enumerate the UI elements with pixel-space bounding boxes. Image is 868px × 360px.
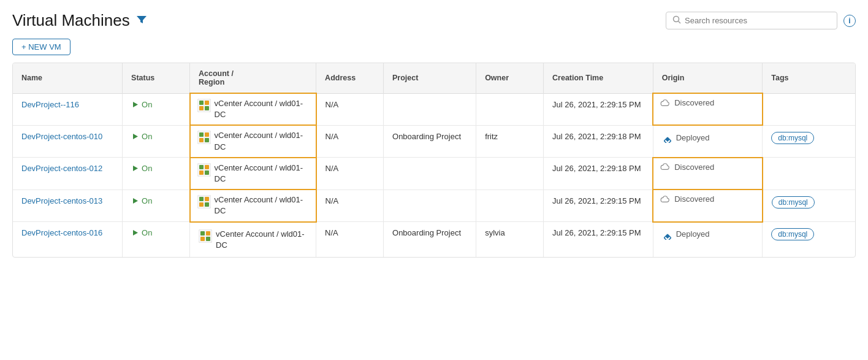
svg-marker-2 (133, 102, 138, 107)
col-header-tags: Tags (763, 63, 855, 93)
svg-rect-32 (200, 237, 205, 241)
cell-tags (763, 93, 855, 125)
vm-name-link[interactable]: DevProject-centos-010 (21, 132, 102, 141)
page-container: Virtual Machines i + NEW V (0, 0, 868, 360)
svg-marker-8 (133, 134, 138, 139)
col-header-owner: Owner (476, 63, 544, 93)
svg-line-1 (679, 21, 681, 24)
account-text: vCenter Account / wld01-DC (215, 130, 309, 152)
svg-rect-18 (199, 165, 204, 169)
info-icon[interactable]: i (843, 15, 856, 27)
svg-marker-22 (133, 198, 138, 204)
search-input[interactable] (685, 16, 831, 25)
tag-badge[interactable]: db:mysql (771, 132, 814, 144)
cell-address: N/A (316, 125, 384, 157)
deployed-icon (662, 132, 673, 143)
cell-status: On (123, 190, 190, 221)
table-row: DevProject-centos-016 On vCenter Account… (13, 222, 855, 257)
cell-account: vCenter Account / wld01-DC (190, 158, 316, 190)
cell-status: On (123, 158, 190, 190)
svg-rect-11 (205, 132, 209, 137)
cell-origin: Discovered (653, 190, 763, 221)
search-box[interactable] (666, 12, 837, 29)
account-content: vCenter Account / wld01-DC (197, 163, 309, 185)
cell-project: Onboarding Project (384, 222, 476, 257)
table-row: DevProject-centos-010 On vCenter Account… (13, 125, 855, 157)
account-content: vCenter Account / wld01-DC (197, 130, 309, 152)
cell-account: vCenter Account / wld01-DC (190, 93, 316, 125)
col-header-address: Address (316, 63, 384, 93)
new-vm-button[interactable]: + NEW VM (12, 39, 70, 55)
svg-rect-15 (665, 137, 669, 142)
vm-name-link[interactable]: DevProject-centos-016 (21, 228, 102, 237)
cell-account: vCenter Account / wld01-DC (190, 222, 316, 257)
svg-rect-20 (199, 170, 204, 175)
header-right: i (666, 12, 856, 29)
cell-tags: db:mysql (763, 222, 855, 257)
cell-owner: fritz (476, 125, 544, 157)
origin-label: Deployed (676, 229, 710, 239)
vm-table: Name Status Account /Region Address Proj… (13, 63, 855, 257)
cell-creation: Jul 26, 2021, 2:29:15 PM (544, 222, 653, 257)
col-header-name: Name (13, 63, 123, 93)
origin-deployed: Deployed (662, 132, 754, 143)
svg-rect-35 (665, 234, 669, 239)
svg-rect-5 (205, 101, 209, 105)
cell-creation: Jul 26, 2021, 2:29:15 PM (544, 93, 653, 125)
cell-status: On (123, 125, 190, 157)
cell-owner (476, 93, 544, 125)
vm-name-link[interactable]: DevProject-centos-012 (21, 164, 102, 173)
vm-name-link[interactable]: DevProject-centos-013 (21, 196, 102, 205)
table-row: DevProject-centos-013 On vCenter Account… (13, 190, 855, 221)
cell-status: On (123, 222, 190, 257)
svg-point-0 (674, 17, 679, 22)
col-header-status: Status (123, 63, 190, 93)
cell-creation: Jul 26, 2021, 2:29:18 PM (544, 158, 653, 190)
cell-name: DevProject-centos-013 (13, 190, 123, 221)
origin-deployed: Deployed (662, 229, 754, 240)
toolbar-row: + NEW VM (12, 39, 856, 55)
svg-rect-4 (199, 101, 204, 105)
origin-discovered: Discovered (660, 98, 755, 107)
cell-creation: Jul 26, 2021, 2:29:15 PM (544, 190, 653, 221)
cell-project: Onboarding Project (384, 125, 476, 157)
cell-name: DevProject-centos-010 (13, 125, 123, 157)
vm-name-link[interactable]: DevProject--116 (21, 100, 79, 109)
svg-rect-21 (205, 170, 209, 175)
cloud-icon (660, 163, 671, 171)
origin-discovered: Discovered (660, 194, 755, 204)
account-text: vCenter Account / wld01-DC (215, 163, 309, 185)
vcenter-icon (199, 229, 212, 243)
cloud-icon (660, 99, 671, 107)
col-header-creation: Creation Time (544, 63, 653, 93)
tag-badge[interactable]: db:mysql (772, 196, 815, 209)
cell-name: DevProject-centos-012 (13, 158, 123, 190)
vcenter-icon (197, 99, 211, 112)
cell-creation: Jul 26, 2021, 2:29:18 PM (544, 125, 653, 157)
cell-owner: sylvia (476, 222, 544, 257)
cell-origin: Discovered (653, 93, 763, 125)
cell-origin: Deployed (653, 222, 763, 257)
table-row: DevProject-centos-012 On vCenter Account… (13, 158, 855, 190)
cell-account: vCenter Account / wld01-DC (190, 190, 316, 221)
cell-address: N/A (316, 190, 384, 221)
cell-project (384, 190, 476, 221)
filter-icon[interactable] (136, 14, 147, 28)
deployed-icon (662, 229, 673, 240)
svg-rect-19 (205, 165, 209, 169)
svg-rect-30 (200, 231, 205, 236)
cell-name: DevProject--116 (13, 93, 123, 125)
cell-project (384, 93, 476, 125)
cell-account: vCenter Account / wld01-DC (190, 125, 316, 157)
table-header-row: Name Status Account /Region Address Proj… (13, 63, 855, 93)
cell-address: N/A (316, 93, 384, 125)
svg-rect-26 (199, 202, 204, 207)
status-on-indicator: On (131, 132, 180, 141)
svg-rect-7 (205, 106, 209, 110)
account-content: vCenter Account / wld01-DC (199, 229, 307, 251)
tag-badge[interactable]: db:mysql (771, 228, 814, 240)
account-content: vCenter Account / wld01-DC (197, 194, 309, 216)
vcenter-icon (197, 163, 211, 177)
svg-rect-10 (199, 132, 204, 137)
status-on-indicator: On (131, 100, 180, 109)
